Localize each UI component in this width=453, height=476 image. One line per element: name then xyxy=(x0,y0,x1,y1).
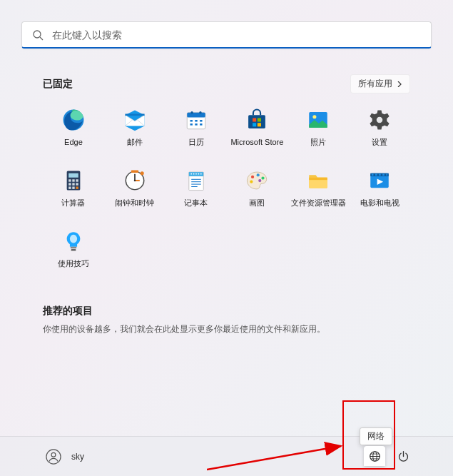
svg-point-44 xyxy=(190,173,192,175)
pinned-tile-label: 照片 xyxy=(310,138,326,147)
pinned-tile-label: 使用技巧 xyxy=(58,259,89,268)
pinned-tile-label: 设置 xyxy=(372,138,387,147)
svg-point-48 xyxy=(200,173,202,175)
svg-point-49 xyxy=(251,176,254,178)
svg-point-0 xyxy=(34,31,41,38)
svg-rect-61 xyxy=(382,174,385,176)
pinned-tile-store[interactable]: Microsoft Store xyxy=(227,105,288,150)
svg-rect-60 xyxy=(379,174,381,176)
pinned-tile-label: 邮件 xyxy=(127,138,143,147)
tips-icon xyxy=(61,229,86,253)
pinned-tile-label: 记事本 xyxy=(184,198,208,208)
svg-rect-27 xyxy=(68,183,71,186)
clock-icon xyxy=(123,168,147,193)
start-menu: 已固定 所有应用 Edge邮件日历Microsoft Store照片设置计算器闹… xyxy=(0,0,453,476)
svg-rect-64 xyxy=(71,247,77,249)
pinned-grid: Edge邮件日历Microsoft Store照片设置计算器闹钟和时钟记事本画图… xyxy=(43,105,410,272)
svg-rect-30 xyxy=(68,187,71,189)
photos-icon xyxy=(306,108,330,132)
pinned-tile-label: 日历 xyxy=(188,138,204,147)
svg-rect-15 xyxy=(253,118,256,121)
pinned-tile-movies[interactable]: 电影和电视 xyxy=(349,166,410,211)
all-apps-label: 所有应用 xyxy=(358,78,392,90)
svg-point-67 xyxy=(51,452,56,457)
settings-icon xyxy=(367,108,392,132)
svg-rect-23 xyxy=(68,173,78,178)
svg-rect-55 xyxy=(309,178,327,180)
recommended-title: 推荐的项目 xyxy=(43,305,93,318)
svg-point-52 xyxy=(250,181,253,183)
globe-icon xyxy=(369,450,381,462)
svg-rect-13 xyxy=(200,123,202,126)
svg-point-21 xyxy=(377,117,383,123)
explorer-icon xyxy=(306,168,330,193)
user-name: sky xyxy=(71,452,84,462)
svg-rect-25 xyxy=(72,179,74,181)
svg-rect-59 xyxy=(375,174,377,176)
pinned-tile-photos[interactable]: 照片 xyxy=(287,105,349,150)
search-box[interactable] xyxy=(21,21,432,49)
svg-point-37 xyxy=(140,171,143,175)
movies-icon xyxy=(367,168,392,193)
svg-rect-32 xyxy=(76,187,78,189)
svg-point-20 xyxy=(313,115,317,118)
power-icon xyxy=(397,450,409,462)
svg-rect-12 xyxy=(195,123,197,126)
svg-rect-14 xyxy=(249,115,266,128)
search-icon xyxy=(32,29,44,41)
svg-point-7 xyxy=(199,111,201,113)
svg-rect-58 xyxy=(372,174,374,176)
user-button[interactable]: sky xyxy=(40,445,90,469)
svg-rect-11 xyxy=(190,123,192,126)
pinned-tile-label: 文件资源管理器 xyxy=(291,198,346,208)
pinned-tile-label: 计算器 xyxy=(61,198,85,208)
svg-rect-18 xyxy=(258,123,261,126)
svg-point-50 xyxy=(257,173,260,176)
recommended-empty-text: 你使用的设备越多，我们就会在此处显示更多你最近使用的文件和新应用。 xyxy=(43,323,410,335)
svg-point-51 xyxy=(262,177,265,180)
store-icon xyxy=(245,108,269,132)
svg-rect-62 xyxy=(386,174,387,176)
svg-rect-10 xyxy=(200,120,202,122)
svg-rect-65 xyxy=(71,249,76,251)
pinned-tile-label: 电影和电视 xyxy=(360,198,399,208)
pinned-tile-tips[interactable]: 使用技巧 xyxy=(43,226,104,271)
pinned-tile-calendar[interactable]: 日历 xyxy=(166,105,227,150)
pinned-tile-calculator[interactable]: 计算器 xyxy=(43,166,104,211)
svg-point-6 xyxy=(190,111,193,113)
user-avatar-icon xyxy=(46,449,61,465)
notepad-icon xyxy=(184,168,208,193)
svg-point-47 xyxy=(198,173,199,175)
mail-icon xyxy=(123,108,147,132)
pinned-tile-label: Microsoft Store xyxy=(230,138,283,147)
pinned-tile-settings[interactable]: 设置 xyxy=(349,105,410,150)
pinned-tile-explorer[interactable]: 文件资源管理器 xyxy=(287,166,349,211)
network-tooltip: 网络 xyxy=(360,427,392,445)
svg-rect-36 xyxy=(131,171,138,173)
calendar-icon xyxy=(184,108,208,132)
pinned-tile-mail[interactable]: 邮件 xyxy=(104,105,166,150)
chevron-right-icon xyxy=(397,81,402,87)
svg-point-63 xyxy=(70,235,77,243)
network-tray-button[interactable] xyxy=(364,446,385,466)
svg-rect-8 xyxy=(190,120,192,122)
pinned-tile-clock[interactable]: 闹钟和时钟 xyxy=(104,166,166,211)
pinned-tile-notepad[interactable]: 记事本 xyxy=(166,166,227,211)
svg-point-35 xyxy=(133,180,136,182)
edge-icon xyxy=(61,108,86,132)
svg-rect-17 xyxy=(253,123,256,126)
svg-rect-24 xyxy=(68,179,71,181)
search-container xyxy=(0,0,453,61)
svg-rect-5 xyxy=(187,113,205,118)
all-apps-button[interactable]: 所有应用 xyxy=(350,74,410,93)
pinned-tile-edge[interactable]: Edge xyxy=(43,105,104,150)
power-button[interactable] xyxy=(390,444,416,470)
pinned-tile-paint[interactable]: 画图 xyxy=(227,166,288,211)
svg-line-1 xyxy=(40,37,43,40)
search-input[interactable] xyxy=(52,29,421,41)
pinned-title: 已固定 xyxy=(43,78,73,91)
pinned-tile-label: 闹钟和时钟 xyxy=(115,198,154,208)
svg-rect-29 xyxy=(76,183,78,186)
svg-point-53 xyxy=(259,179,262,182)
pinned-tile-label: Edge xyxy=(64,138,83,147)
